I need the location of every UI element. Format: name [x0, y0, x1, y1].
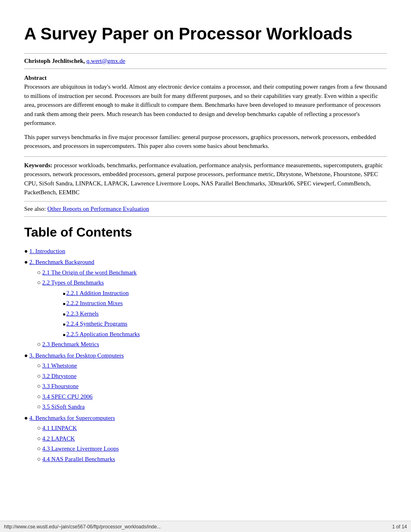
- status-bar: http://www.cse.wustl.edu/~jain/cse567-06…: [0, 521, 411, 532]
- toc-link-level3-1[interactable]: 2.2.2 Instruction Mixes: [66, 300, 123, 306]
- toc-link-level2-0[interactable]: 3.1 Whetstone: [42, 362, 77, 369]
- toc-item-level2-0: 3.1 Whetstone: [37, 361, 387, 371]
- toc-item-level1-3: 4. Benchmarks for Supercomputers4.1 LINP…: [24, 413, 387, 465]
- toc-item-level2-3: 3.4 SPEC CPU 2006: [37, 392, 387, 402]
- status-url: http://www.cse.wustl.edu/~jain/cse567-06…: [4, 524, 161, 530]
- toc-link-level2-2[interactable]: 3.3 Fhourstone: [42, 383, 79, 389]
- toc-link-level2-1[interactable]: 4.2 LAPACK: [42, 435, 75, 442]
- toc-item-level1-2: 3. Benchmarks for Desktop Computers3.1 W…: [24, 351, 387, 412]
- toc-link-level2-4[interactable]: 3.5 SiSoft Sandra: [42, 403, 85, 410]
- toc-item-level3-0: 2.2.1 Addition Instruction: [63, 288, 387, 299]
- toc-link-level1-0[interactable]: 1. Introduction: [29, 248, 65, 254]
- keywords-label: Keywords:: [24, 162, 52, 168]
- status-page: 1 of 14: [392, 524, 407, 530]
- abstract-paragraph-1: Processors are ubiquitous in today's wor…: [24, 82, 387, 128]
- keywords-section: Keywords: processor workloads, benchmark…: [24, 161, 387, 197]
- toc-item-level2-0: 4.1 LINPACK: [37, 423, 387, 434]
- divider-2: [24, 69, 387, 69]
- toc-link-level2-3[interactable]: 4.4 NAS Parallel Benchmarks: [42, 456, 115, 462]
- toc-item-level3-2: 2.2.3 Kernels: [63, 309, 387, 319]
- toc-item-level3-4: 2.2.5 Application Benchmarks: [63, 329, 387, 340]
- toc-link-level1-3[interactable]: 4. Benchmarks for Supercomputers: [29, 415, 115, 421]
- toc-level1: 1. Introduction2. Benchmark Background2.…: [24, 246, 387, 465]
- abstract-text: Processors are ubiquitous in today's wor…: [24, 82, 387, 151]
- toc-title: Table of Contents: [24, 225, 387, 240]
- toc-item-level2-0: 2.1 The Origin of the word Benchmark: [37, 268, 387, 278]
- toc-link-level2-2[interactable]: 4.3 Lawrence Livermore Loops: [42, 445, 119, 452]
- abstract-label: Abstract: [24, 75, 387, 81]
- toc-link-level2-0[interactable]: 2.1 The Origin of the word Benchmark: [42, 269, 137, 276]
- toc-link-level2-1[interactable]: 3.2 Dhrystone: [42, 373, 77, 379]
- toc-link-level2-1[interactable]: 2.2 Types of Benchmarks: [42, 279, 104, 286]
- toc-sublist-level3-1: 2.2.1 Addition Instruction2.2.2 Instruct…: [63, 288, 387, 340]
- toc-link-level1-2[interactable]: 3. Benchmarks for Desktop Computers: [29, 352, 124, 359]
- divider-4: [24, 201, 387, 202]
- toc-link-level3-4[interactable]: 2.2.5 Application Benchmarks: [66, 331, 140, 337]
- toc-item-level2-1: 2.2 Types of Benchmarks2.2.1 Addition In…: [37, 278, 387, 339]
- toc-item-level3-3: 2.2.4 Synthetic Programs: [63, 319, 387, 329]
- page-content: A Survey Paper on Processor Workloads Ch…: [0, 0, 411, 489]
- toc-sublist-level2-3: 4.1 LINPACK4.2 LAPACK4.3 Lawrence Liverm…: [37, 423, 387, 464]
- toc-item-level1-0: 1. Introduction: [24, 246, 387, 257]
- author-email[interactable]: q.wert@gmx.de: [87, 58, 125, 64]
- toc: 1. Introduction2. Benchmark Background2.…: [24, 246, 387, 465]
- divider-3: [24, 156, 387, 157]
- divider-1: [24, 53, 387, 54]
- author-name: Christoph Jechlitschek,: [24, 58, 85, 64]
- see-also-link[interactable]: Other Reports on Performance Evaluation: [48, 206, 149, 212]
- toc-link-level2-3[interactable]: 3.4 SPEC CPU 2006: [42, 393, 93, 400]
- toc-item-level3-1: 2.2.2 Instruction Mixes: [63, 298, 387, 309]
- toc-sublist-level2-2: 3.1 Whetstone3.2 Dhrystone3.3 Fhourstone…: [37, 361, 387, 412]
- toc-link-level2-2[interactable]: 2.3 Benchmark Metrics: [42, 341, 99, 347]
- toc-link-level3-0[interactable]: 2.2.1 Addition Instruction: [66, 290, 129, 296]
- toc-sublist-level2-1: 2.1 The Origin of the word Benchmark2.2 …: [37, 268, 387, 350]
- toc-link-level3-3[interactable]: 2.2.4 Synthetic Programs: [66, 320, 128, 327]
- see-also: See also: Other Reports on Performance E…: [24, 206, 387, 212]
- divider-5: [24, 216, 387, 217]
- see-also-prefix: See also:: [24, 206, 46, 212]
- toc-link-level1-1[interactable]: 2. Benchmark Background: [29, 259, 94, 265]
- abstract-section: Abstract Processors are ubiquitous in to…: [24, 75, 387, 151]
- toc-link-level3-2[interactable]: 2.2.3 Kernels: [66, 310, 99, 317]
- toc-item-level2-4: 3.5 SiSoft Sandra: [37, 402, 387, 412]
- keywords-text: processor workloads, benchmarks, perform…: [24, 162, 383, 196]
- toc-item-level2-2: 3.3 Fhourstone: [37, 381, 387, 392]
- toc-item-level2-2: 4.3 Lawrence Livermore Loops: [37, 444, 387, 454]
- toc-link-level2-0[interactable]: 4.1 LINPACK: [42, 425, 77, 431]
- toc-item-level2-3: 4.4 NAS Parallel Benchmarks: [37, 454, 387, 465]
- toc-item-level2-1: 4.2 LAPACK: [37, 434, 387, 444]
- toc-item-level2-1: 3.2 Dhrystone: [37, 371, 387, 382]
- toc-item-level2-2: 2.3 Benchmark Metrics: [37, 339, 387, 350]
- toc-item-level1-1: 2. Benchmark Background2.1 The Origin of…: [24, 257, 387, 350]
- author-line: Christoph Jechlitschek, q.wert@gmx.de: [24, 58, 387, 64]
- abstract-paragraph-2: This paper surveys benchmarks in five ma…: [24, 133, 387, 151]
- page-title: A Survey Paper on Processor Workloads: [24, 24, 387, 44]
